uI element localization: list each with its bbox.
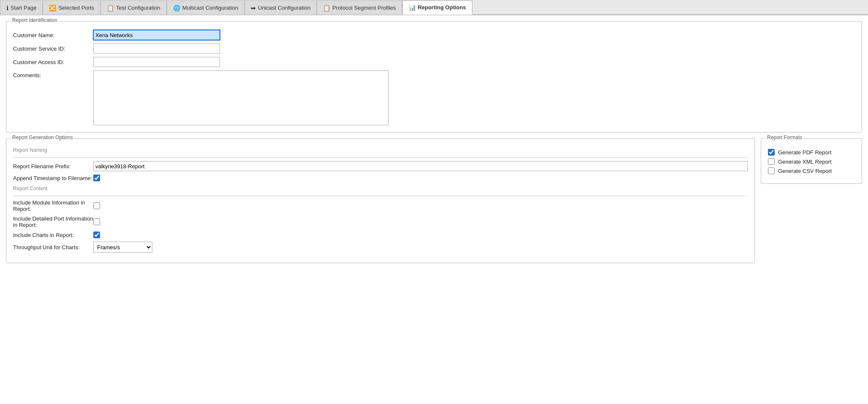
- include-module-label: Include Module Information in Report:: [13, 199, 93, 212]
- customer-name-label: Customer Name:: [13, 32, 93, 38]
- include-charts-label: Include Charts in Report:: [13, 232, 93, 238]
- include-module-row: Include Module Information in Report:: [13, 199, 748, 212]
- comments-row: Comments:: [13, 70, 855, 125]
- lower-left: Report Generation Options Report Naming …: [6, 138, 755, 269]
- append-timestamp-label: Append Timestamp to Filename:: [13, 175, 93, 181]
- append-timestamp-checkbox[interactable]: [93, 175, 100, 181]
- include-module-checkbox[interactable]: [93, 202, 100, 209]
- tab-selected-ports-label: Selected Ports: [58, 5, 94, 11]
- customer-access-id-label: Customer Access ID:: [13, 59, 93, 65]
- report-naming-label: Report Naming: [13, 147, 748, 153]
- tab-bar: ℹ Start Page 🔀 Selected Ports 📋 Test Con…: [0, 0, 868, 15]
- customer-name-row: Customer Name:: [13, 30, 855, 40]
- test-config-icon: 📋: [107, 5, 114, 11]
- generate-xml-row: Generate XML Report: [768, 158, 855, 165]
- content-divider: [13, 196, 748, 196]
- tab-test-configuration[interactable]: 📋 Test Configuration: [100, 0, 167, 15]
- customer-service-id-input[interactable]: [93, 43, 220, 54]
- start-page-icon: ℹ: [6, 5, 8, 11]
- tab-reporting-options[interactable]: 📊 Reporting Options: [402, 0, 472, 15]
- tab-protocol-segment-profiles-label: Protocol Segment Profiles: [332, 5, 396, 11]
- customer-access-id-row: Customer Access ID:: [13, 57, 855, 67]
- report-formats-group: Report Formats Generate PDF Report Gener…: [761, 138, 862, 184]
- generate-xml-checkbox[interactable]: [768, 158, 775, 165]
- generate-pdf-label[interactable]: Generate PDF Report: [778, 149, 831, 156]
- unicast-icon: ➡: [251, 5, 256, 11]
- include-charts-checkbox[interactable]: [93, 232, 100, 238]
- report-content-section: Report Content Include Module Informatio…: [13, 186, 748, 253]
- include-charts-row: Include Charts in Report:: [13, 232, 748, 238]
- tab-start-page-label: Start Page: [11, 5, 36, 11]
- throughput-unit-label: Throughput Unit for Charts:: [13, 244, 93, 250]
- report-generation-group: Report Generation Options Report Naming …: [6, 138, 755, 263]
- filename-prefix-input[interactable]: [93, 161, 748, 171]
- throughput-unit-row: Throughput Unit for Charts: Frames/s Bit…: [13, 242, 748, 253]
- naming-divider: [13, 157, 748, 158]
- main-content: Report Identification Customer Name: Cus…: [0, 15, 868, 404]
- tab-reporting-options-label: Reporting Options: [418, 4, 466, 11]
- tab-selected-ports[interactable]: 🔀 Selected Ports: [43, 0, 100, 15]
- lower-section: Report Generation Options Report Naming …: [6, 138, 862, 269]
- multicast-icon: 🌐: [173, 5, 180, 11]
- filename-prefix-row: Report Filename Prefix:: [13, 161, 748, 171]
- tab-protocol-segment-profiles[interactable]: 📋 Protocol Segment Profiles: [317, 0, 402, 15]
- generate-xml-label[interactable]: Generate XML Report: [778, 159, 832, 165]
- report-formats-title: Report Formats: [765, 135, 804, 140]
- report-identification-group: Report Identification Customer Name: Cus…: [6, 21, 862, 132]
- generate-csv-label[interactable]: Generate CSV Report: [778, 168, 832, 174]
- append-timestamp-row: Append Timestamp to Filename:: [13, 175, 748, 181]
- report-formats-section: Generate PDF Report Generate XML Report …: [768, 149, 855, 174]
- filename-prefix-label: Report Filename Prefix:: [13, 163, 93, 170]
- customer-name-input[interactable]: [93, 30, 220, 40]
- include-port-row: Include Detailed Port Information in Rep…: [13, 215, 748, 228]
- protocol-icon: 📋: [323, 5, 330, 11]
- generate-pdf-checkbox[interactable]: [768, 149, 775, 156]
- selected-ports-icon: 🔀: [49, 5, 56, 11]
- tab-multicast-configuration-label: Multicast Configuration: [182, 5, 238, 11]
- generate-pdf-row: Generate PDF Report: [768, 149, 855, 156]
- comments-textarea[interactable]: [93, 70, 389, 125]
- report-generation-title: Report Generation Options: [11, 135, 74, 140]
- generate-csv-row: Generate CSV Report: [768, 167, 855, 174]
- tab-unicast-configuration-label: Unicast Configuration: [258, 5, 310, 11]
- include-port-label: Include Detailed Port Information in Rep…: [13, 215, 93, 228]
- customer-access-id-input[interactable]: [93, 57, 220, 67]
- customer-service-id-label: Customer Service ID:: [13, 46, 93, 52]
- report-identification-title: Report Identification: [11, 17, 59, 23]
- generate-csv-checkbox[interactable]: [768, 167, 775, 174]
- include-port-checkbox[interactable]: [93, 218, 100, 225]
- report-naming-section: Report Naming Report Filename Prefix: Ap…: [13, 147, 748, 181]
- lower-right: Report Formats Generate PDF Report Gener…: [761, 138, 862, 269]
- tab-unicast-configuration[interactable]: ➡ Unicast Configuration: [244, 0, 317, 15]
- report-content-label: Report Content: [13, 186, 748, 191]
- tab-multicast-configuration[interactable]: 🌐 Multicast Configuration: [167, 0, 244, 15]
- customer-service-id-row: Customer Service ID:: [13, 43, 855, 54]
- tab-test-configuration-label: Test Configuration: [116, 5, 160, 11]
- throughput-unit-select[interactable]: Frames/s Bits/s Mbps Gbps: [93, 242, 152, 253]
- tab-start-page[interactable]: ℹ Start Page: [0, 0, 43, 15]
- reporting-icon: 📊: [409, 4, 416, 11]
- comments-label: Comments:: [13, 70, 93, 78]
